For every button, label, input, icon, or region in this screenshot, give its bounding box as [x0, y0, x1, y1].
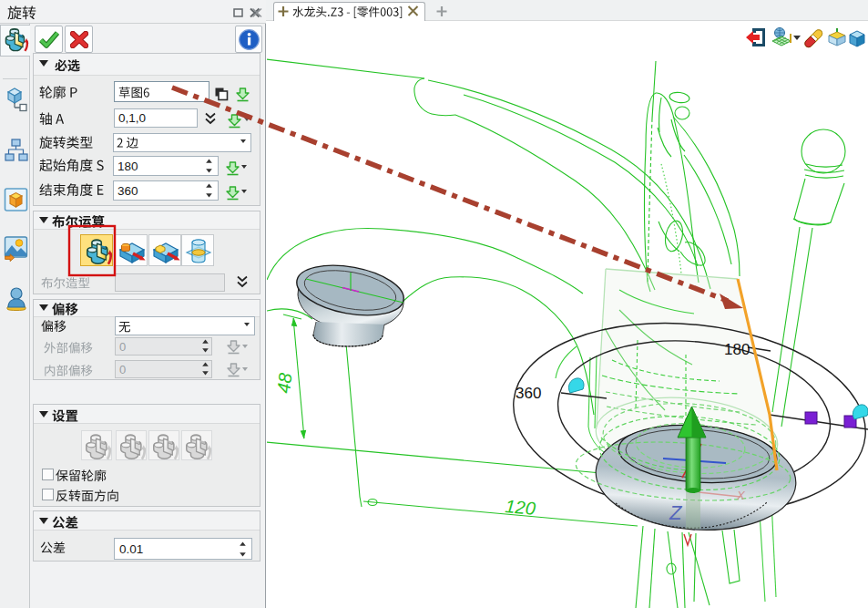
- svg-text:48: 48: [273, 372, 295, 394]
- svg-text:360: 360: [516, 385, 541, 402]
- svg-text:X: X: [736, 489, 746, 502]
- svg-text:Z: Z: [669, 501, 683, 524]
- svg-text:120: 120: [505, 496, 536, 519]
- svg-text:180: 180: [724, 341, 750, 358]
